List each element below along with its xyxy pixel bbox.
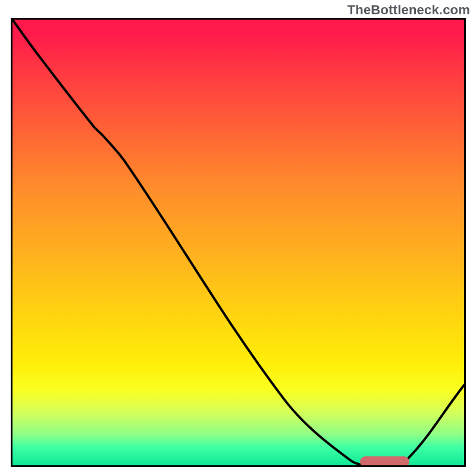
curve-path (12, 20, 464, 465)
watermark-text: TheBottleneck.com (347, 2, 470, 18)
bottleneck-curve (12, 20, 464, 465)
chart-container: TheBottleneck.com (0, 0, 476, 476)
plot-area (11, 18, 466, 467)
optimal-range-marker (360, 456, 409, 467)
